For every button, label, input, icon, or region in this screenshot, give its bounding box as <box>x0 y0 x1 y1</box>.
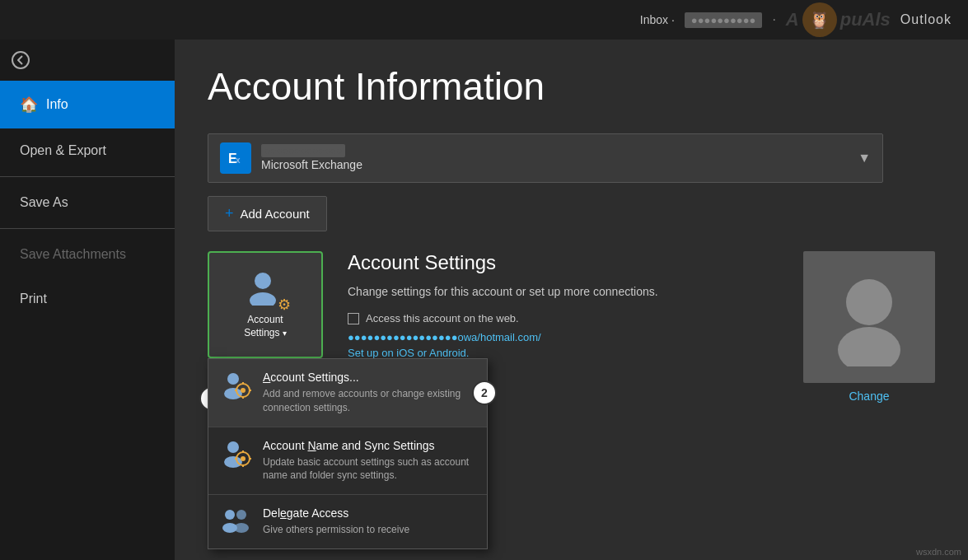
exchange-icon: E x <box>220 142 251 174</box>
account-selector[interactable]: E x ●●●●●●●●●●●●● Microsoft Exchange ▼ <box>208 133 883 183</box>
outlook-label: Outlook <box>900 12 952 27</box>
user-icon-container: ⚙ <box>245 269 286 310</box>
svg-point-7 <box>224 388 242 399</box>
sidebar-item-save-as[interactable]: Save As <box>0 180 175 225</box>
profile-avatar-svg <box>828 268 910 366</box>
svg-point-15 <box>224 456 242 468</box>
sidebar-item-info[interactable]: 🏠 Info <box>0 81 175 128</box>
delegate-access-icon <box>222 506 251 536</box>
dropdown-item-3-desc: Give others permission to receive <box>263 523 409 537</box>
sidebar: 🏠 Info Open & Export Save As Save Attach… <box>0 40 175 560</box>
sidebar-save-attach-label: Save Attachments <box>20 247 126 262</box>
email-blurred: ●●●●●●●●●● <box>685 12 763 28</box>
svg-point-17 <box>241 456 246 461</box>
sidebar-info-label: Info <box>46 97 68 112</box>
dropdown-item-account-settings[interactable]: Account Settings... Add and remove accou… <box>208 359 487 427</box>
sidebar-print-label: Print <box>20 292 47 306</box>
svg-point-27 <box>846 279 892 325</box>
account-name-sync-icon <box>222 439 251 469</box>
account-settings-wrapper: ⚙ AccountSettings ▾ 1 <box>208 251 323 403</box>
dropdown-item-2-title: Account Name and Sync Settings <box>263 439 474 452</box>
web-access-row: Access this account on the web. <box>348 312 779 324</box>
svg-point-0 <box>12 52 29 68</box>
badge-2: 2 <box>472 380 497 405</box>
user-avatar-icon <box>245 269 281 306</box>
account-settings-desc: Change settings for this account or set … <box>348 282 779 301</box>
page-title: Account Information <box>208 64 935 109</box>
svg-text:x: x <box>236 156 241 165</box>
account-settings-section: ⚙ AccountSettings ▾ 1 <box>208 251 935 403</box>
web-access-checkbox[interactable] <box>348 313 359 324</box>
svg-point-5 <box>250 292 276 306</box>
dropdown-item-3-text: Delegate Access Give others permission t… <box>263 506 409 537</box>
account-settings-title: Account Settings <box>348 251 779 274</box>
account-settings-btn-label: AccountSettings ▾ <box>244 314 287 339</box>
dropdown-arrow-icon: ▼ <box>858 151 871 166</box>
svg-point-22 <box>225 510 235 520</box>
email-display: ●●●●●●●●●●●●● <box>261 145 858 156</box>
inbox-label: Inbox · <box>640 13 675 26</box>
svg-point-6 <box>227 373 239 385</box>
logo-area: A 🦉 puAls <box>786 2 891 37</box>
account-settings-button[interactable]: ⚙ AccountSettings ▾ <box>208 251 323 358</box>
account-info: ●●●●●●●●●●●●● Microsoft Exchange <box>261 145 858 171</box>
change-photo-link[interactable]: Change <box>849 390 889 403</box>
profile-section: Change <box>803 251 935 403</box>
sidebar-item-open-export[interactable]: Open & Export <box>0 128 175 173</box>
dropdown-item-3-title: Delegate Access <box>263 506 409 520</box>
add-account-label: Add Account <box>241 207 310 221</box>
profile-picture <box>803 251 935 383</box>
svg-point-4 <box>255 273 271 289</box>
dropdown-item-1-text: Account Settings... Add and remove accou… <box>263 371 474 415</box>
back-button[interactable] <box>0 40 41 81</box>
wsxdn-watermark: wsxdn.com <box>916 547 961 557</box>
sidebar-divider-2 <box>0 228 175 229</box>
web-access-label: Access this account on the web. <box>366 312 519 324</box>
home-icon: 🏠 <box>20 96 38 114</box>
dropdown-item-2-desc: Update basic account settings such as ac… <box>263 455 474 483</box>
provider-name: Microsoft Exchange <box>261 158 858 171</box>
svg-point-25 <box>234 523 249 533</box>
sidebar-item-save-attachments: Save Attachments <box>0 232 175 277</box>
top-bar: Inbox · ●●●●●●●●●● · A 🦉 puAls Outlook <box>0 0 968 40</box>
sidebar-item-print[interactable]: Print <box>0 277 175 321</box>
dropdown-item-name-sync[interactable]: Account Name and Sync Settings Update ba… <box>208 427 487 495</box>
svg-point-9 <box>241 388 246 393</box>
add-icon: + <box>225 205 234 222</box>
owl-icon: 🦉 <box>802 2 837 37</box>
sidebar-divider <box>0 176 175 177</box>
dropdown-item-2-text: Account Name and Sync Settings Update ba… <box>263 439 474 483</box>
sidebar-save-as-label: Save As <box>20 195 68 210</box>
sidebar-open-export-label: Open & Export <box>20 143 106 158</box>
owa-link[interactable]: ●●●●●●●●●●●●●●●●●owa/hotmail.com/ <box>348 331 779 343</box>
dropdown-item-delegate[interactable]: Delegate Access Give others permission t… <box>208 495 487 548</box>
main-layout: 🏠 Info Open & Export Save As Save Attach… <box>0 40 968 560</box>
account-settings-dropdown: Account Settings... Add and remove accou… <box>208 358 488 549</box>
gear-icon: ⚙ <box>278 296 291 314</box>
svg-point-24 <box>236 510 246 520</box>
add-account-button[interactable]: + Add Account <box>208 196 327 231</box>
dropdown-item-1-title: Account Settings... <box>263 371 474 384</box>
watermark2: puAls <box>840 9 891 30</box>
back-icon <box>12 51 30 69</box>
account-settings-icon <box>222 371 251 400</box>
svg-point-14 <box>227 441 239 453</box>
content-area: Account Information E x ●●●●●●●●●●●●● Mi… <box>175 40 968 560</box>
dropdown-item-1-desc: Add and remove accounts or change existi… <box>263 387 474 415</box>
watermark: A <box>786 9 799 30</box>
